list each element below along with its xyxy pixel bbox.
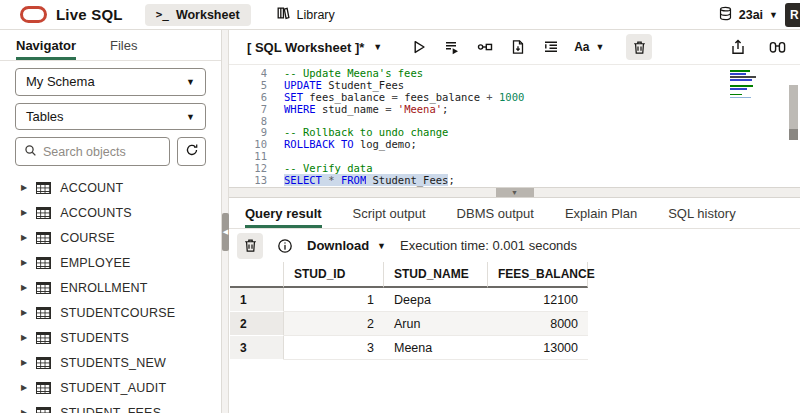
expand-icon[interactable]: ▶ — [21, 283, 27, 292]
sidebar-splitter[interactable]: ◀ — [222, 30, 229, 413]
font-size-button[interactable]: Aa ▼ — [571, 40, 607, 54]
object-type-select-value: Tables — [26, 109, 64, 124]
worksheet-title-dropdown[interactable]: [ SQL Worksheet ]* ▼ — [247, 40, 382, 55]
trash-icon — [632, 40, 647, 55]
run-script-button[interactable] — [439, 34, 465, 60]
table-row[interactable]: 11Deepa12100 — [230, 288, 800, 312]
app-header: Live SQL >_ Worksheet Library 23ai ▼ R — [0, 0, 800, 30]
share-upload-icon — [730, 39, 746, 55]
code-line[interactable]: 7WHERE stud_name = 'Meena'; — [229, 104, 800, 116]
nav-tab-library[interactable]: Library — [265, 2, 346, 27]
database-version-selector[interactable]: 23ai ▼ — [718, 6, 778, 24]
result-tab-query-result[interactable]: Query result — [245, 198, 322, 228]
refresh-icon — [185, 143, 199, 160]
sidebar-table-item[interactable]: ▶STUDENT_AUDIT — [0, 375, 221, 400]
column-header[interactable]: FEES_BALANCE — [488, 262, 588, 288]
sidebar-table-item[interactable]: ▶STUDENTCOURSE — [0, 300, 221, 325]
table-name-label: COURSE — [60, 231, 115, 245]
sidebar-table-item[interactable]: ▶STUDENTS_NEW — [0, 350, 221, 375]
result-tab-explain-plan[interactable]: Explain Plan — [565, 198, 637, 228]
db-version-label: 23ai — [739, 8, 763, 22]
table-row[interactable]: 22Arun8000 — [230, 312, 800, 336]
share-button[interactable] — [725, 34, 751, 60]
editor-scrollbar[interactable] — [789, 67, 798, 185]
table-name-label: STUDENTCOURSE — [60, 306, 175, 320]
table-row[interactable]: 33Meena13000 — [230, 336, 800, 360]
play-icon — [411, 39, 427, 55]
table-icon — [36, 282, 51, 294]
result-tab-sql-history[interactable]: SQL history — [668, 198, 735, 228]
sidebar-table-item[interactable]: ▶STUDENTS — [0, 325, 221, 350]
download-button[interactable]: Download ▼ — [307, 238, 386, 253]
search-input[interactable] — [43, 145, 161, 159]
clear-result-button[interactable] — [237, 233, 263, 259]
tab-files[interactable]: Files — [110, 30, 137, 60]
sidebar-table-item[interactable]: ▶COURSE — [0, 225, 221, 250]
chevron-down-icon: ▼ — [373, 42, 382, 52]
expand-icon[interactable]: ▶ — [21, 208, 27, 217]
code-lines: 4-- Update Meena's fees5UPDATE Student_F… — [229, 68, 800, 187]
sidebar-table-item[interactable]: ▶ACCOUNTS — [0, 200, 221, 225]
binoculars-icon — [769, 39, 786, 55]
expand-icon[interactable]: ▶ — [21, 383, 27, 392]
sidebar-table-item[interactable]: ▶ENROLLMENT — [0, 275, 221, 300]
nav-worksheet-label: Worksheet — [176, 8, 240, 22]
result-tab-dbms-output[interactable]: DBMS output — [457, 198, 534, 228]
find-button[interactable] — [764, 34, 790, 60]
tab-navigator[interactable]: Navigator — [16, 30, 76, 60]
code-line[interactable]: 10ROLLBACK TO log_demo; — [229, 139, 800, 151]
table-icon — [36, 232, 51, 244]
result-tab-label: DBMS output — [457, 206, 534, 221]
sidebar-collapse-handle[interactable]: ◀ — [222, 213, 229, 251]
expand-icon[interactable]: ▶ — [21, 308, 27, 317]
table-cell: 2 — [230, 312, 284, 336]
editor-scrollbar-thumb[interactable] — [789, 85, 798, 140]
database-icon — [718, 6, 733, 24]
table-cell: 8000 — [488, 312, 588, 336]
chevron-down-icon: ▼ — [769, 10, 778, 20]
object-type-select[interactable]: Tables ▼ — [15, 103, 206, 131]
expand-icon[interactable]: ▶ — [21, 233, 27, 242]
table-cell: 1 — [230, 288, 284, 312]
minimap[interactable] — [730, 70, 760, 100]
nav-tab-worksheet[interactable]: >_ Worksheet — [145, 4, 251, 26]
run-button[interactable]: R — [785, 3, 800, 27]
expand-icon[interactable]: ▶ — [21, 408, 27, 413]
explain-plan-button[interactable] — [472, 34, 498, 60]
column-header[interactable]: STUD_ID — [284, 262, 384, 288]
expand-icon[interactable]: ▶ — [21, 183, 27, 192]
sql-code-editor[interactable]: 4-- Update Meena's fees5UPDATE Student_F… — [229, 64, 800, 187]
refresh-button[interactable] — [177, 137, 206, 166]
table-cell: 3 — [284, 336, 384, 360]
expand-icon[interactable]: ▶ — [21, 358, 27, 367]
table-name-label: EMPLOYEE — [60, 256, 130, 270]
sidebar-table-item[interactable]: ▶STUDENT_FEES — [0, 400, 221, 413]
table-cell: Arun — [384, 312, 488, 336]
result-tabs: Query resultScript outputDBMS outputExpl… — [229, 198, 800, 229]
expand-icon[interactable]: ▶ — [21, 333, 27, 342]
editor-results-splitter[interactable]: ▼ — [229, 187, 800, 198]
sidebar-table-item[interactable]: ▶EMPLOYEE — [0, 250, 221, 275]
table-icon — [36, 307, 51, 319]
oracle-logo-icon — [20, 6, 47, 23]
table-header-row: STUD_IDSTUD_NAMEFEES_BALANCE — [230, 262, 800, 288]
format-indent-button[interactable] — [538, 34, 564, 60]
code-line[interactable]: 13SELECT * FROM Student_Fees; — [229, 175, 800, 187]
download-script-button[interactable] — [505, 34, 531, 60]
sidebar-table-item[interactable]: ▶ACCOUNT — [0, 175, 221, 200]
result-toolbar: Download ▼ Execution time: 0.001 seconds — [229, 229, 800, 262]
expand-icon[interactable]: ▶ — [21, 258, 27, 267]
run-statement-button[interactable] — [406, 34, 432, 60]
sidebar-tabs: Navigator Files — [0, 30, 221, 61]
query-result-table: STUD_IDSTUD_NAMEFEES_BALANCE11Deepa12100… — [230, 262, 800, 360]
info-icon[interactable] — [277, 238, 293, 254]
splitter-handle[interactable]: ▼ — [496, 188, 534, 197]
result-tab-script-output[interactable]: Script output — [353, 198, 426, 228]
schema-select[interactable]: My Schema ▼ — [15, 68, 206, 96]
column-header[interactable]: STUD_NAME — [384, 262, 488, 288]
table-icon — [36, 182, 51, 194]
clear-worksheet-button[interactable] — [626, 34, 652, 60]
table-cell: 12100 — [488, 288, 588, 312]
search-icon — [24, 144, 37, 160]
tab-navigator-label: Navigator — [16, 38, 76, 53]
